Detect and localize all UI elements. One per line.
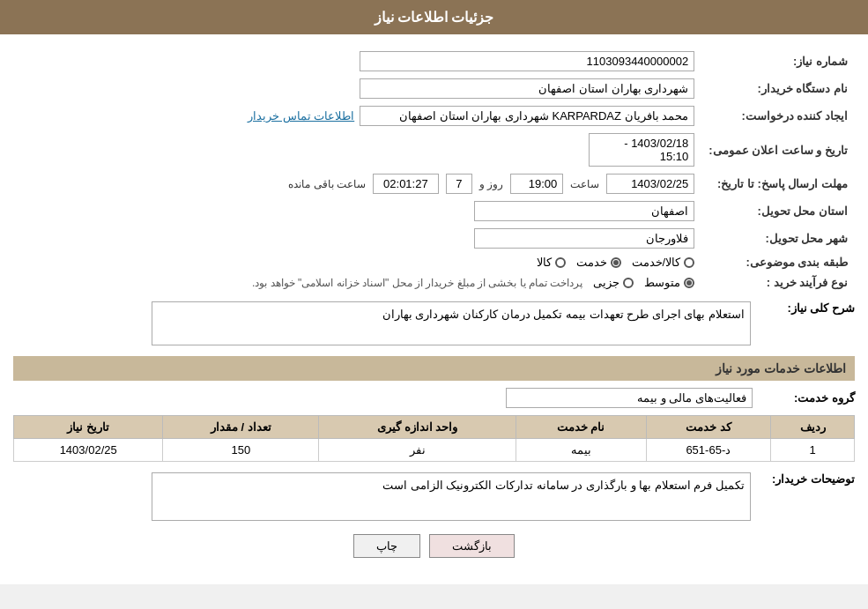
services-table-header-row: ردیف کد خدمت نام خدمت واحد اندازه گیری ت… [14, 416, 855, 439]
creator-value: محمد بافریان KARPARDAZ شهرداری بهاران اس… [13, 102, 701, 130]
deadline-flex: 1403/02/25 ساعت 19:00 روز و 7 02:01:27 س… [20, 174, 694, 194]
announce-date-label: تاریخ و ساعت اعلان عمومی: [701, 130, 855, 170]
province-row: استان محل تحویل: اصفهان [13, 197, 855, 225]
category-kala-item: کالا [537, 256, 566, 269]
deadline-time-input: 19:00 [510, 174, 563, 194]
announce-date-value: 1403/02/18 - 15:10 [13, 130, 701, 170]
col-row: ردیف [771, 416, 855, 439]
category-radio-group: کالا/خدمت خدمت کالا [20, 256, 694, 269]
category-kala-khedmat-label: کالا/خدمت [632, 256, 681, 269]
creator-flex: محمد بافریان KARPARDAZ شهرداری بهاران اس… [20, 106, 694, 126]
province-value: اصفهان [13, 197, 701, 225]
need-number-row: شماره نیاز: 1103093440000002 [13, 48, 855, 75]
services-table-head: ردیف کد خدمت نام خدمت واحد اندازه گیری ت… [14, 416, 855, 439]
creator-row: ایجاد کننده درخواست: محمد بافریان KARPAR… [13, 102, 855, 130]
page-wrapper: جزئیات اطلاعات نیاز شماره نیاز: 11030934… [0, 0, 868, 584]
city-row: شهر محل تحویل: فلاورجان [13, 225, 855, 252]
category-kala-khedmat-radio[interactable] [684, 257, 694, 268]
procure-type-row: نوع فرآیند خرید : متوسط جزیی پرداخت تمام… [13, 272, 855, 293]
category-row: طبقه بندی موضوعی: کالا/خدمت خدمت [13, 252, 855, 272]
city-label: شهر محل تحویل: [701, 225, 855, 252]
category-khedmat-item: خدمت [576, 256, 621, 269]
cell-code: د-65-651 [646, 439, 771, 462]
general-desc-label: شرح کلی نیاز: [758, 301, 855, 315]
col-quantity: تعداد / مقدار [163, 416, 319, 439]
procure-type-radio-group: متوسط جزیی پرداخت تمام یا بخشی از مبلغ خ… [20, 276, 694, 289]
announce-date-row: تاریخ و ساعت اعلان عمومی: 1403/02/18 - 1… [13, 130, 855, 170]
procure-jozvi-label: جزیی [593, 276, 619, 289]
buyer-desc-box: تکمیل فرم استعلام بها و بارگذاری در ساما… [152, 472, 751, 521]
general-desc-section: شرح کلی نیاز: استعلام بهای اجرای طرح تعه… [13, 301, 855, 345]
table-row: 1د-65-651بیمهنفر1501403/02/25 [14, 439, 855, 462]
buyer-org-value: شهرداری بهاران استان اصفهان [13, 75, 701, 102]
cell-row: 1 [771, 439, 855, 462]
service-group-label: گروه خدمت: [758, 391, 855, 405]
deadline-days-label: روز و [479, 178, 503, 190]
deadline-remaining-label: ساعت باقی مانده [288, 178, 366, 190]
services-table: ردیف کد خدمت نام خدمت واحد اندازه گیری ت… [13, 415, 855, 462]
buyer-org-label: نام دستگاه خریدار: [701, 75, 855, 102]
province-input: اصفهان [474, 201, 694, 221]
deadline-label: مهلت ارسال پاسخ: تا تاریخ: [701, 170, 855, 197]
category-khedmat-radio[interactable] [611, 257, 621, 268]
need-number-value: 1103093440000002 [13, 48, 701, 75]
service-group-input: فعالیت‌های مالی و بیمه [506, 388, 753, 408]
need-number-label: شماره نیاز: [701, 48, 855, 75]
col-name: نام خدمت [516, 416, 646, 439]
creator-input: محمد بافریان KARPARDAZ شهرداری بهاران اس… [360, 106, 694, 126]
cell-unit: نفر [319, 439, 516, 462]
deadline-time-label: ساعت [570, 178, 599, 190]
province-label: استان محل تحویل: [701, 197, 855, 225]
service-group-row: گروه خدمت: فعالیت‌های مالی و بیمه [13, 388, 855, 408]
cell-quantity: 150 [163, 439, 319, 462]
buyer-desc-section: توضیحات خریدار: تکمیل فرم استعلام بها و … [13, 472, 855, 521]
print-button[interactable]: چاپ [353, 534, 420, 558]
services-table-body: 1د-65-651بیمهنفر1501403/02/25 [14, 439, 855, 462]
category-label: طبقه بندی موضوعی: [701, 252, 855, 272]
cell-name: بیمه [516, 439, 646, 462]
creator-contact-link[interactable]: اطلاعات تماس خریدار [248, 109, 354, 123]
info-table: شماره نیاز: 1103093440000002 نام دستگاه … [13, 48, 855, 293]
cell-date: 1403/02/25 [14, 439, 163, 462]
procure-type-desc: پرداخت تمام یا بخشی از مبلغ خریدار از مح… [252, 277, 582, 289]
procure-type-value: متوسط جزیی پرداخت تمام یا بخشی از مبلغ خ… [13, 272, 701, 293]
category-khedmat-label: خدمت [576, 256, 607, 269]
category-kala-radio[interactable] [555, 257, 566, 268]
deadline-value: 1403/02/25 ساعت 19:00 روز و 7 02:01:27 س… [13, 170, 701, 197]
deadline-remaining-input: 02:01:27 [373, 174, 439, 194]
col-date: تاریخ نیاز [14, 416, 163, 439]
content-area: شماره نیاز: 1103093440000002 نام دستگاه … [0, 34, 868, 584]
buyer-org-input: شهرداری بهاران استان اصفهان [360, 78, 694, 99]
procure-mootasat-label: متوسط [644, 276, 680, 289]
header-bar: جزئیات اطلاعات نیاز [0, 0, 868, 34]
col-code: کد خدمت [646, 416, 771, 439]
category-value: کالا/خدمت خدمت کالا [13, 252, 701, 272]
need-number-input: 1103093440000002 [360, 51, 694, 71]
procure-type-label: نوع فرآیند خرید : [701, 272, 855, 293]
header-title: جزئیات اطلاعات نیاز [375, 10, 494, 25]
services-section-title: اطلاعات خدمات مورد نیاز [13, 356, 855, 381]
deadline-date-input: 1403/02/25 [606, 174, 694, 194]
procure-jozvi-radio[interactable] [623, 278, 634, 288]
back-button[interactable]: بازگشت [429, 534, 515, 558]
general-desc-box: استعلام بهای اجرای طرح تعهدات بیمه تکمیل… [152, 301, 751, 345]
city-input: فلاورجان [474, 228, 694, 249]
col-unit: واحد اندازه گیری [319, 416, 516, 439]
category-kala-khedmat-item: کالا/خدمت [632, 256, 695, 269]
city-value: فلاورجان [13, 225, 701, 252]
category-kala-label: کالا [537, 256, 552, 269]
creator-label: ایجاد کننده درخواست: [701, 102, 855, 130]
buttons-row: بازگشت چاپ [13, 534, 855, 571]
buyer-desc-label: توضیحات خریدار: [758, 472, 855, 486]
announce-date-input: 1403/02/18 - 15:10 [589, 133, 694, 167]
procure-mootasat-item: متوسط [644, 276, 694, 289]
deadline-days-input: 7 [446, 174, 472, 194]
procure-jozvi-item: جزیی [593, 276, 634, 289]
deadline-row: مهلت ارسال پاسخ: تا تاریخ: 1403/02/25 سا… [13, 170, 855, 197]
procure-mootasat-radio[interactable] [684, 278, 694, 288]
buyer-org-row: نام دستگاه خریدار: شهرداری بهاران استان … [13, 75, 855, 102]
